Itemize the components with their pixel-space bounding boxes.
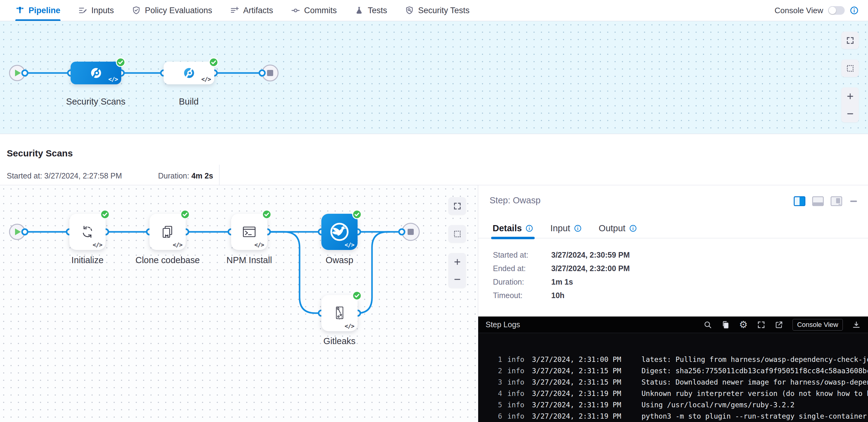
split-bottom-view-icon[interactable]	[812, 196, 824, 206]
console-view-button[interactable]: Console View	[793, 319, 843, 331]
tab-artifacts[interactable]: Artifacts	[230, 0, 273, 21]
success-badge	[100, 209, 110, 219]
tab-output[interactable]: Output	[598, 218, 638, 238]
log-line-number: 5	[478, 401, 502, 409]
step-label-initialize: Initialize	[71, 255, 104, 265]
detail-value: 1m 1s	[551, 278, 573, 287]
step-node-owasp[interactable]: </>	[321, 214, 358, 250]
settings-gear-icon[interactable]: ⚙	[739, 320, 748, 329]
step-logs-title: Step Logs	[486, 320, 520, 329]
log-timestamp: 3/27/2024, 2:31:19 PM	[532, 412, 633, 420]
log-level: info	[507, 367, 525, 375]
zoom-out-button[interactable]	[841, 105, 859, 122]
copy-icon[interactable]	[721, 321, 730, 329]
tab-commits[interactable]: Commits	[291, 0, 337, 21]
pipeline-canvas-controls	[841, 32, 859, 122]
tab-policy-evaluations[interactable]: Policy Evaluations	[132, 0, 212, 21]
code-glyph: </>	[108, 76, 118, 83]
fullscreen-button[interactable]	[841, 32, 859, 49]
step-label-owasp: Owasp	[326, 255, 353, 265]
floating-view-icon[interactable]	[831, 196, 842, 206]
pipeline-graph-canvas[interactable]: </> </> Security Scans Build	[0, 21, 868, 134]
detail-label: Started at:	[493, 251, 551, 259]
nav-tabs: Pipeline Inputs Policy Evaluations Artif…	[16, 0, 470, 21]
fullscreen-button[interactable]	[448, 197, 466, 215]
log-line: 3 info 3/27/2024, 2:31:15 PM Status: Dow…	[478, 376, 868, 388]
code-glyph: </>	[173, 241, 182, 248]
detail-row-timeout: Timeout: 10h	[493, 289, 630, 302]
marquee-select-button[interactable]	[448, 225, 466, 242]
info-icon[interactable]	[525, 225, 533, 232]
open-in-new-icon[interactable]	[775, 321, 783, 329]
initialize-icon	[79, 224, 96, 240]
marquee-select-button[interactable]	[841, 60, 859, 77]
minimize-panel-icon[interactable]	[849, 196, 858, 206]
pipeline-execution-page: Pipeline Inputs Policy Evaluations Artif…	[0, 0, 868, 422]
inputs-icon	[78, 6, 88, 15]
search-icon[interactable]	[704, 321, 712, 329]
step-label-gitleaks: Gitleaks	[323, 336, 356, 346]
tab-details[interactable]: Details	[492, 218, 534, 238]
zoom-in-button[interactable]	[448, 253, 466, 270]
tab-label: Output	[599, 223, 625, 233]
info-icon[interactable]	[574, 225, 582, 232]
tab-pipeline[interactable]: Pipeline	[16, 0, 60, 21]
nav-right: Console View	[774, 6, 859, 15]
log-message: Using /usr/local/rvm/gems/ruby-3.2.2	[642, 401, 795, 409]
pipeline-icon	[16, 6, 25, 15]
zoom-out-button[interactable]	[448, 270, 466, 288]
step-node-initialize[interactable]: </>	[69, 214, 105, 250]
tab-security-tests[interactable]: Security Tests	[405, 0, 470, 21]
code-glyph: </>	[202, 76, 211, 83]
code-glyph: </>	[254, 241, 264, 248]
tab-label: Commits	[304, 6, 337, 15]
log-line: 6 info 3/27/2024, 2:31:19 PM python3 -m …	[478, 410, 868, 422]
zoom-in-button[interactable]	[841, 88, 859, 105]
log-line-number: 3	[478, 378, 502, 386]
tab-label: Tests	[368, 6, 387, 15]
step-logs-toolbar: ⚙ Console View	[704, 319, 861, 331]
log-line: 4 info 3/27/2024, 2:31:19 PM Unknown rub…	[478, 388, 868, 399]
log-line-number: 1	[478, 355, 502, 363]
policy-evaluations-icon	[132, 6, 141, 15]
log-line-number: 6	[478, 412, 502, 420]
zoom-controls	[841, 88, 859, 122]
security-stage-icon	[88, 65, 104, 81]
step-node-gitleaks[interactable]: </>	[321, 295, 358, 331]
log-message: python3 -m sto_plugin --run-strategy sin…	[642, 412, 867, 420]
success-badge	[352, 291, 362, 300]
split-right-view-icon[interactable]	[794, 196, 805, 206]
stage-graph-canvas[interactable]: </> </>	[0, 185, 478, 422]
download-logs-icon[interactable]	[852, 321, 861, 329]
expand-logs-icon[interactable]	[757, 321, 766, 329]
detail-label: Timeout:	[493, 291, 551, 300]
log-line: 1 info 3/27/2024, 2:31:00 PM latest: Pul…	[478, 354, 868, 365]
duration-label: Duration:	[158, 171, 189, 180]
console-view-toggle[interactable]	[828, 6, 845, 15]
log-level: info	[507, 389, 525, 397]
stage-node-build[interactable]: </>	[164, 62, 214, 84]
log-level: info	[507, 412, 525, 420]
stage-label-security-scans: Security Scans	[66, 97, 125, 107]
tab-inputs[interactable]: Inputs	[78, 0, 114, 21]
pipeline-edges	[0, 21, 868, 134]
info-icon[interactable]	[629, 225, 637, 232]
log-level: info	[507, 378, 525, 386]
step-node-npm-install[interactable]: </>	[231, 214, 267, 250]
step-label-npm-install: NPM Install	[226, 255, 272, 265]
stage-label-build: Build	[179, 97, 199, 107]
log-message: Unknown ruby interpreter version (do not…	[642, 389, 868, 397]
tab-tests[interactable]: Tests	[354, 0, 387, 21]
step-details-list: Started at: 3/27/2024, 2:30:59 PM Ended …	[493, 248, 630, 302]
stage-node-security-scans[interactable]: </>	[71, 62, 121, 84]
tab-input[interactable]: Input	[550, 218, 582, 238]
step-logs-console: Step Logs ⚙ Console View	[478, 317, 868, 422]
log-line-number: 4	[478, 389, 502, 397]
info-icon[interactable]	[849, 6, 859, 15]
log-level: info	[507, 355, 525, 363]
step-node-clone-codebase[interactable]: </>	[150, 214, 186, 250]
commits-icon	[291, 6, 300, 15]
code-glyph: </>	[93, 241, 102, 248]
step-logs-body[interactable]: 1 info 3/27/2024, 2:31:00 PM latest: Pul…	[478, 333, 868, 422]
npm-install-icon	[241, 224, 257, 240]
